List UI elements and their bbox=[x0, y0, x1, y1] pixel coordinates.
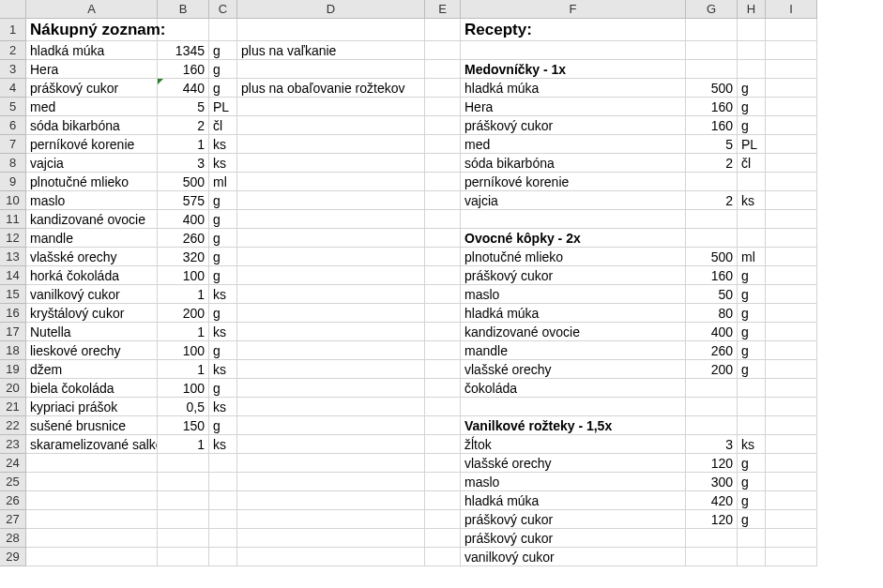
cell-I1[interactable] bbox=[766, 19, 817, 41]
cell-G5[interactable]: 160 bbox=[686, 98, 738, 116]
cell-C2[interactable]: g bbox=[209, 41, 237, 60]
cell-I4[interactable] bbox=[766, 79, 817, 98]
cell-I17[interactable] bbox=[766, 323, 817, 341]
cell-I9[interactable] bbox=[766, 173, 817, 191]
cell-D4[interactable]: plus na obaľovanie rožtekov bbox=[237, 79, 425, 98]
cell-B8[interactable]: 3 bbox=[158, 154, 209, 173]
cell-A24[interactable] bbox=[26, 454, 158, 473]
cell-B28[interactable] bbox=[158, 529, 209, 548]
cell-E11[interactable] bbox=[425, 210, 461, 229]
cell-H21[interactable] bbox=[738, 398, 766, 416]
cell-B4[interactable]: 440 bbox=[158, 79, 209, 98]
cell-G23[interactable]: 3 bbox=[686, 435, 738, 454]
cell-D22[interactable] bbox=[237, 416, 425, 435]
cell-E18[interactable] bbox=[425, 341, 461, 360]
cell-A8[interactable]: vajcia bbox=[26, 154, 158, 173]
cell-B20[interactable]: 100 bbox=[158, 379, 209, 398]
cell-G21[interactable] bbox=[686, 398, 738, 416]
row-header-22[interactable]: 22 bbox=[0, 416, 26, 435]
cell-I21[interactable] bbox=[766, 398, 817, 416]
cell-G10[interactable]: 2 bbox=[686, 191, 738, 210]
cell-E2[interactable] bbox=[425, 41, 461, 60]
cell-E7[interactable] bbox=[425, 135, 461, 154]
row-header-15[interactable]: 15 bbox=[0, 285, 26, 304]
cell-H5[interactable]: g bbox=[738, 98, 766, 116]
cell-D3[interactable] bbox=[237, 60, 425, 79]
cell-A18[interactable]: lieskové orechy bbox=[26, 341, 158, 360]
row-header-19[interactable]: 19 bbox=[0, 360, 26, 379]
cell-C11[interactable]: g bbox=[209, 210, 237, 229]
cell-H22[interactable] bbox=[738, 416, 766, 435]
cell-I10[interactable] bbox=[766, 191, 817, 210]
cell-E17[interactable] bbox=[425, 323, 461, 341]
cell-F7[interactable]: med bbox=[461, 135, 686, 154]
cell-C6[interactable]: čl bbox=[209, 116, 237, 135]
cell-A1[interactable]: Nákupný zoznam: bbox=[26, 19, 158, 41]
spreadsheet-grid[interactable]: ABCDEFGHI1Nákupný zoznam:Recepty:2hladká… bbox=[0, 0, 883, 566]
cell-C3[interactable]: g bbox=[209, 60, 237, 79]
cell-F16[interactable]: hladká múka bbox=[461, 304, 686, 323]
cell-A2[interactable]: hladká múka bbox=[26, 41, 158, 60]
cell-C14[interactable]: g bbox=[209, 266, 237, 285]
cell-E12[interactable] bbox=[425, 229, 461, 248]
cell-E13[interactable] bbox=[425, 248, 461, 266]
cell-E24[interactable] bbox=[425, 454, 461, 473]
column-header-E[interactable]: E bbox=[425, 0, 461, 19]
cell-D10[interactable] bbox=[237, 191, 425, 210]
cell-A3[interactable]: Hera bbox=[26, 60, 158, 79]
cell-H19[interactable]: g bbox=[738, 360, 766, 379]
cell-F28[interactable]: práškový cukor bbox=[461, 529, 686, 548]
cell-F19[interactable]: vlašské orechy bbox=[461, 360, 686, 379]
cell-A28[interactable] bbox=[26, 529, 158, 548]
cell-H1[interactable] bbox=[738, 19, 766, 41]
cell-G27[interactable]: 120 bbox=[686, 510, 738, 529]
cell-E14[interactable] bbox=[425, 266, 461, 285]
cell-I5[interactable] bbox=[766, 98, 817, 116]
row-header-5[interactable]: 5 bbox=[0, 98, 26, 116]
cell-H29[interactable] bbox=[738, 548, 766, 566]
cell-E27[interactable] bbox=[425, 510, 461, 529]
cell-H10[interactable]: ks bbox=[738, 191, 766, 210]
row-header-25[interactable]: 25 bbox=[0, 473, 26, 491]
cell-C24[interactable] bbox=[209, 454, 237, 473]
cell-I18[interactable] bbox=[766, 341, 817, 360]
cell-I13[interactable] bbox=[766, 248, 817, 266]
cell-E19[interactable] bbox=[425, 360, 461, 379]
cell-C18[interactable]: g bbox=[209, 341, 237, 360]
cell-G15[interactable]: 50 bbox=[686, 285, 738, 304]
cell-C25[interactable] bbox=[209, 473, 237, 491]
cell-B3[interactable]: 160 bbox=[158, 60, 209, 79]
row-header-26[interactable]: 26 bbox=[0, 491, 26, 510]
cell-I27[interactable] bbox=[766, 510, 817, 529]
cell-E28[interactable] bbox=[425, 529, 461, 548]
cell-I29[interactable] bbox=[766, 548, 817, 566]
row-header-28[interactable]: 28 bbox=[0, 529, 26, 548]
cell-E16[interactable] bbox=[425, 304, 461, 323]
cell-F9[interactable]: perníkové korenie bbox=[461, 173, 686, 191]
cell-H18[interactable]: g bbox=[738, 341, 766, 360]
cell-I7[interactable] bbox=[766, 135, 817, 154]
column-header-H[interactable]: H bbox=[738, 0, 766, 19]
column-header-A[interactable]: A bbox=[26, 0, 158, 19]
cell-H7[interactable]: PL bbox=[738, 135, 766, 154]
cell-H24[interactable]: g bbox=[738, 454, 766, 473]
cell-C21[interactable]: ks bbox=[209, 398, 237, 416]
cell-H12[interactable] bbox=[738, 229, 766, 248]
cell-B22[interactable]: 150 bbox=[158, 416, 209, 435]
row-header-14[interactable]: 14 bbox=[0, 266, 26, 285]
cell-F18[interactable]: mandle bbox=[461, 341, 686, 360]
cell-E25[interactable] bbox=[425, 473, 461, 491]
cell-F6[interactable]: práškový cukor bbox=[461, 116, 686, 135]
cell-D19[interactable] bbox=[237, 360, 425, 379]
cell-C12[interactable]: g bbox=[209, 229, 237, 248]
cell-G3[interactable] bbox=[686, 60, 738, 79]
cell-D14[interactable] bbox=[237, 266, 425, 285]
cell-G9[interactable] bbox=[686, 173, 738, 191]
cell-A12[interactable]: mandle bbox=[26, 229, 158, 248]
cell-H8[interactable]: čl bbox=[738, 154, 766, 173]
cell-B23[interactable]: 1 bbox=[158, 435, 209, 454]
cell-F11[interactable] bbox=[461, 210, 686, 229]
cell-A6[interactable]: sóda bikarbóna bbox=[26, 116, 158, 135]
cell-F14[interactable]: práškový cukor bbox=[461, 266, 686, 285]
cell-F15[interactable]: maslo bbox=[461, 285, 686, 304]
